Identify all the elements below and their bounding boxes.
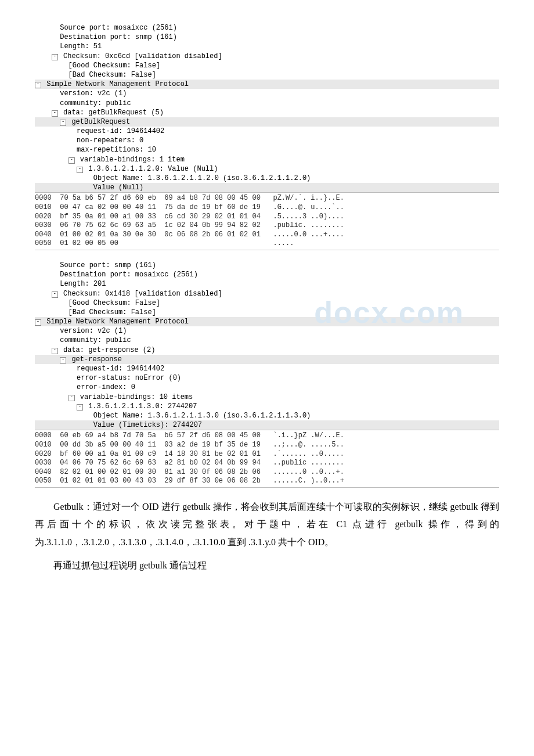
body-text: Getbulk：通过对一个 OID 进行 getbulk 操作，将会收到其后面连… — [35, 498, 499, 575]
p2-varbind-hdr: - variable-bindings: 10 items — [35, 393, 499, 402]
p2-dst-port: Destination port: mosaixcc (2561) — [35, 270, 499, 279]
minus-icon[interactable]: - — [35, 319, 41, 326]
minus-icon[interactable]: - — [68, 395, 75, 401]
minus-icon[interactable]: - — [35, 82, 41, 88]
minus-icon[interactable]: - — [52, 110, 58, 117]
p1-varbind-hdr: - variable-bindings: 1 item — [35, 155, 499, 164]
p2-checksum: - Checksum: 0x1418 [validation disabled] — [35, 289, 499, 298]
minus-icon[interactable]: - — [52, 291, 58, 298]
paragraph-2: 再通过抓包过程说明 getbulk 通信过程 — [35, 557, 499, 574]
p1-src-port: Source port: mosaixcc (2561) — [35, 23, 499, 33]
minus-icon[interactable]: - — [52, 54, 58, 60]
p2-error-index: error-index: 0 — [35, 383, 499, 392]
p2-snmp-header: - Simple Network Management Protocol — [35, 317, 499, 326]
p2-bad-chk: [Bad Checksum: False] — [35, 308, 499, 317]
p2-data: - data: get-response (2) — [35, 345, 499, 355]
p2-length: Length: 201 — [35, 279, 499, 289]
p1-request-id: request-id: 194614402 — [35, 127, 499, 136]
p2-value: Value (Timeticks): 2744207 — [35, 420, 499, 430]
p2-good-chk: [Good Checksum: False] — [35, 298, 499, 308]
paragraph-1: Getbulk：通过对一个 OID 进行 getbulk 操作，将会收到其后面连… — [35, 498, 499, 551]
p2-oid: - 1.3.6.1.2.1.1.3.0: 2744207 — [35, 402, 499, 411]
p1-oid: - 1.3.6.1.2.1.1.2.0: Value (Null) — [35, 164, 499, 174]
p2-community: community: public — [35, 336, 499, 345]
p2-request-id: request-id: 194614402 — [35, 364, 499, 373]
p1-hex-dump: 0000 70 5a b6 57 2f d6 60 eb 69 a4 b8 7d… — [35, 192, 499, 250]
p2-obj-name: Object Name: 1.3.6.1.2.1.1.3.0 (iso.3.6.… — [35, 411, 499, 420]
p1-value: Value (Null) — [35, 183, 499, 192]
p1-good-chk: [Good Checksum: False] — [35, 61, 499, 70]
p1-community: community: public — [35, 99, 499, 108]
p1-max-repetitions: max-repetitions: 10 — [35, 145, 499, 154]
p1-pdu: - getBulkRequest — [35, 117, 499, 127]
minus-icon[interactable]: - — [60, 357, 66, 363]
packet-capture-1: Source port: mosaixcc (2561) Destination… — [35, 23, 499, 250]
p2-hex-dump: 0000 60 eb 69 a4 b8 7d 70 5a b6 57 2f d6… — [35, 430, 499, 488]
p1-length: Length: 51 — [35, 42, 499, 51]
p1-snmp-header: - Simple Network Management Protocol — [35, 80, 499, 89]
p2-version: version: v2c (1) — [35, 326, 499, 336]
p1-checksum: - Checksum: 0xc6cd [validation disabled] — [35, 52, 499, 61]
p1-version: version: v2c (1) — [35, 89, 499, 98]
p1-non-repeaters: non-repeaters: 0 — [35, 136, 499, 145]
p1-bad-chk: [Bad Checksum: False] — [35, 70, 499, 80]
p2-src-port: Source port: snmp (161) — [35, 261, 499, 270]
minus-icon[interactable]: - — [52, 348, 58, 354]
minus-icon[interactable]: - — [77, 167, 83, 173]
minus-icon[interactable]: - — [60, 120, 66, 126]
packet-capture-2: Source port: snmp (161) Destination port… — [35, 261, 499, 488]
p2-pdu: - get-response — [35, 355, 499, 364]
minus-icon[interactable]: - — [77, 404, 83, 411]
p1-obj-name: Object Name: 1.3.6.1.2.1.1.2.0 (iso.3.6.… — [35, 174, 499, 183]
p2-error-status: error-status: noError (0) — [35, 373, 499, 383]
p1-dst-port: Destination port: snmp (161) — [35, 33, 499, 42]
minus-icon[interactable]: - — [68, 157, 75, 164]
p1-data: - data: getBulkRequest (5) — [35, 108, 499, 117]
